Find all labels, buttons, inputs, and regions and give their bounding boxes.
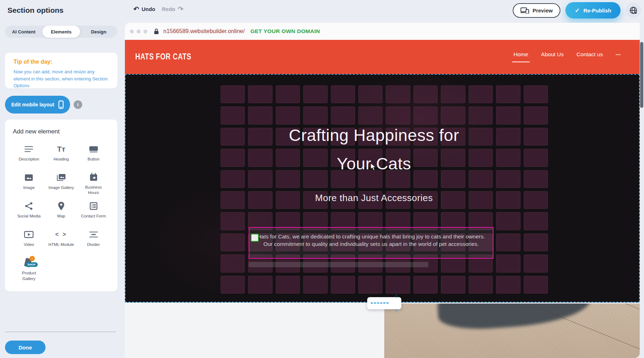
element-image[interactable]: Image <box>13 167 45 196</box>
heading-icon: Tт <box>57 144 65 154</box>
nav-home[interactable]: Home <box>513 51 528 58</box>
redo-button[interactable]: Redo ↷ <box>162 6 183 12</box>
calendar-icon <box>89 172 98 183</box>
add-element-panel: Add new element Description Tт Heading <box>5 120 117 291</box>
republish-button[interactable]: ✓ Re-Publish <box>565 2 621 19</box>
resize-arrows-icon: ↓↑ <box>395 293 398 314</box>
tab-elements[interactable]: Elements <box>42 26 80 38</box>
element-heading[interactable]: Tт Heading <box>45 139 78 167</box>
address-bar-url[interactable]: n1566589.websitebuilder.online/ <box>163 28 245 35</box>
map-pin-icon <box>58 201 65 211</box>
product-gallery-icon: ↑ SHOP <box>23 258 35 268</box>
drop-indicator <box>249 262 428 267</box>
next-section-image[interactable] <box>384 304 640 358</box>
element-video[interactable]: Video <box>13 224 45 253</box>
element-business-hours[interactable]: Business Hours <box>77 167 110 196</box>
get-domain-link[interactable]: GET YOUR OWN DOMAIN <box>250 28 320 35</box>
sidebar: AI Content Elements Design Tip of the da… <box>0 21 123 358</box>
element-button[interactable]: Button <box>77 139 110 167</box>
check-icon: ✓ <box>575 7 580 14</box>
element-description[interactable]: Description <box>13 139 45 167</box>
done-button[interactable]: Done <box>5 341 46 354</box>
edit-mobile-layout-button[interactable]: Edit mobile layout <box>5 96 70 114</box>
topbar: Section options ↶ Undo Redo ↷ Preview <box>0 0 644 21</box>
language-globe-button[interactable] <box>625 2 641 18</box>
window-dots-icon <box>130 30 147 33</box>
form-icon <box>89 201 98 211</box>
undo-icon: ↶ <box>133 6 139 12</box>
element-html-module[interactable]: < > HTML Module <box>45 224 78 253</box>
hero-section[interactable]: Crafting Happiness for Your Cats More th… <box>125 74 640 302</box>
element-divider[interactable]: Divider <box>77 224 110 253</box>
topbar-actions: Preview ✓ Re-Publish <box>513 0 641 21</box>
image-gallery-icon <box>56 172 66 183</box>
video-icon <box>24 229 34 240</box>
site-nav: Home About Us Contact us ••• <box>513 51 621 58</box>
tip-of-the-day-card: Tip of the day: Now you can add, move an… <box>5 53 117 88</box>
redo-icon: ↷ <box>178 6 184 12</box>
upgrade-badge-icon: ↑ <box>30 256 35 261</box>
hero-subheading[interactable]: More than Just Accessories <box>125 193 623 204</box>
element-image-gallery[interactable]: Image Gallery <box>45 167 78 196</box>
scrollbar-thumb[interactable] <box>640 42 643 108</box>
tip-body: Now you can add, move and resize any ele… <box>14 68 109 89</box>
element-social-media[interactable]: Social Media <box>13 196 45 224</box>
next-section-background[interactable] <box>125 303 384 358</box>
element-grid: Description Tт Heading Button Ima <box>13 139 110 281</box>
selected-description-element[interactable]: Hats for Cats, we are dedicated to craft… <box>249 227 493 259</box>
resize-dash-icon <box>371 302 389 304</box>
share-icon <box>25 201 33 211</box>
undo-button[interactable]: ↶ Undo <box>133 6 155 12</box>
element-drag-handle[interactable] <box>251 234 259 242</box>
image-icon <box>24 172 33 183</box>
shop-badge: SHOP <box>25 262 38 267</box>
hero-description-text[interactable]: Hats for Cats, we are dedicated to craft… <box>254 233 489 248</box>
preview-button[interactable]: Preview <box>513 3 561 18</box>
nav-contact-us[interactable]: Contact us <box>576 51 603 58</box>
tab-ai-content[interactable]: AI Content <box>5 26 42 38</box>
globe-icon <box>629 6 637 14</box>
lock-icon <box>154 28 159 35</box>
element-contact-form[interactable]: Contact Form <box>77 196 110 224</box>
nav-about-us[interactable]: About Us <box>541 51 564 58</box>
site-logo: HATS FOR CATS <box>135 52 191 62</box>
sidebar-divider <box>5 332 116 332</box>
code-icon: < > <box>55 229 67 240</box>
devices-icon <box>521 7 529 14</box>
tab-design[interactable]: Design <box>80 26 117 38</box>
phone-icon <box>58 100 64 109</box>
hero-heading-line1[interactable]: Crafting Happiness for <box>125 121 623 149</box>
add-element-title: Add new element <box>13 128 110 135</box>
section-resize-handle[interactable]: ↓↑ <box>367 297 401 309</box>
nav-more-icon[interactable]: ••• <box>616 52 621 57</box>
info-icon[interactable]: i <box>74 100 82 109</box>
app: Section options ↶ Undo Redo ↷ Preview <box>0 0 644 358</box>
sidebar-tabs: AI Content Elements Design <box>5 26 117 38</box>
element-product-gallery[interactable]: ↑ SHOP Product Gallery <box>13 253 45 281</box>
divider-icon <box>89 229 98 240</box>
browser-chrome: n1566589.websitebuilder.online/ GET YOUR… <box>125 23 643 40</box>
button-icon <box>89 144 99 154</box>
hero-heading-line2[interactable]: Your Cats <box>125 149 623 178</box>
description-icon <box>24 144 33 154</box>
tip-title: Tip of the day: <box>14 59 109 65</box>
page-title: Section options <box>7 6 64 15</box>
site-header: HATS FOR CATS Home About Us Contact us •… <box>125 40 643 74</box>
element-map[interactable]: Map <box>45 196 78 224</box>
